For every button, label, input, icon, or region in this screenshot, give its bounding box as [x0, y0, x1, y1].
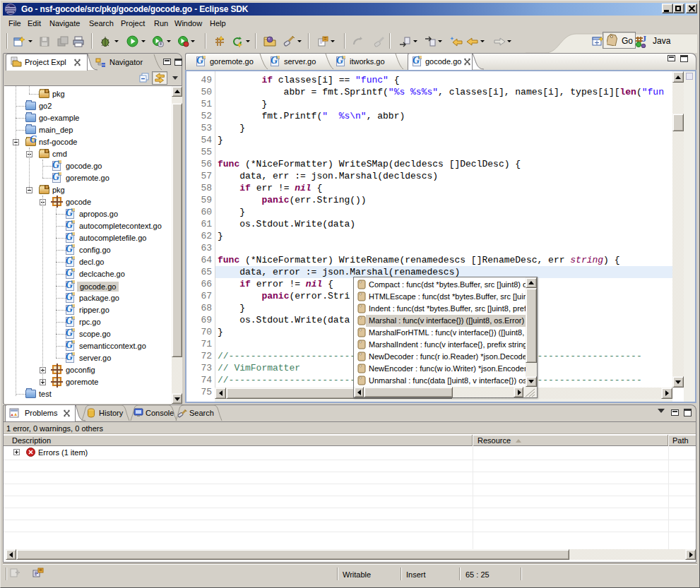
svg-text:J: J — [642, 35, 646, 44]
